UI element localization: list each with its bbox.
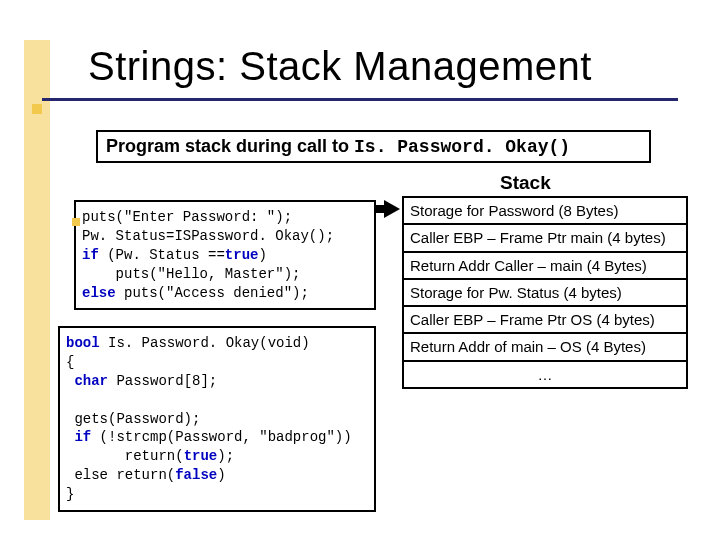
code-line: ) [258, 247, 266, 263]
code-line: return( [66, 448, 184, 464]
code-line: else return( [66, 467, 175, 483]
stack-cell: … [402, 362, 688, 389]
code-kw: bool [66, 335, 100, 351]
code-line: ) [217, 467, 225, 483]
stack-cell: Caller EBP – Frame Ptr main (4 bytes) [402, 225, 688, 252]
bullet-icon [72, 218, 80, 226]
subtitle-code: Is. Password. Okay() [354, 137, 570, 157]
stack-cell: Return Addr of main – OS (4 Bytes) [402, 334, 688, 361]
code-line: } [66, 486, 74, 502]
code-kw: else [82, 285, 116, 301]
code-line: puts("Enter Password: "); [82, 209, 292, 225]
page-title: Strings: Stack Management [50, 44, 690, 89]
code-line: Password[8]; [108, 373, 217, 389]
code-block-main: puts("Enter Password: "); Pw. Status=ISP… [74, 200, 376, 310]
code-line: (Pw. Status == [99, 247, 225, 263]
code-line: { [66, 354, 74, 370]
stack-diagram: Storage for Password (8 Bytes) Caller EB… [402, 196, 688, 389]
code-line: gets(Password); [66, 411, 200, 427]
code-line: puts("Access denied"); [116, 285, 309, 301]
code-line: puts("Hello, Master"); [82, 266, 300, 282]
code-kw: false [175, 467, 217, 483]
code-block-function: bool Is. Password. Okay(void) { char Pas… [58, 326, 376, 512]
code-kw: char [66, 373, 108, 389]
subtitle-text: Program stack during call to [106, 136, 354, 156]
code-line: (!strcmp(Password, "badprog")) [91, 429, 351, 445]
stack-cell: Storage for Password (8 Bytes) [402, 196, 688, 225]
code-kw: true [184, 448, 218, 464]
code-kw: if [66, 429, 91, 445]
title-bullet [32, 104, 42, 114]
stack-cell: Storage for Pw. Status (4 bytes) [402, 280, 688, 307]
code-line: Pw. Status=ISPassword. Okay(); [82, 228, 334, 244]
code-kw: if [82, 247, 99, 263]
title-underline [42, 98, 678, 101]
stack-cell: Return Addr Caller – main (4 Bytes) [402, 253, 688, 280]
stack-heading: Stack [500, 172, 551, 194]
stack-cell: Caller EBP – Frame Ptr OS (4 bytes) [402, 307, 688, 334]
subtitle-box: Program stack during call to Is. Passwor… [96, 130, 651, 163]
code-kw: true [225, 247, 259, 263]
code-line: ); [217, 448, 234, 464]
code-line: Is. Password. Okay(void) [100, 335, 310, 351]
